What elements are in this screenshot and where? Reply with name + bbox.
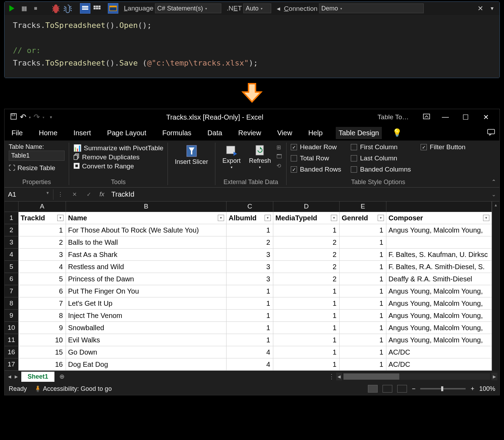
comments-icon[interactable]	[487, 129, 495, 137]
cell[interactable]: 1	[340, 334, 386, 346]
expand-formula-icon[interactable]: ⌄	[488, 191, 499, 198]
stop-button[interactable]: ■	[30, 3, 41, 14]
connection-dropdown[interactable]: Demo▾	[319, 3, 424, 13]
table-header-cell[interactable]: Name▼	[66, 212, 227, 224]
row-header[interactable]: 10	[5, 322, 18, 334]
cell[interactable]: 2	[273, 273, 340, 285]
hscroll-menu-icon[interactable]: ⋮	[328, 373, 335, 380]
fx-button[interactable]: fx	[96, 191, 108, 198]
tab-help[interactable]: Help	[305, 127, 325, 139]
row-header[interactable]: 1	[5, 212, 18, 224]
cell[interactable]: 1	[273, 224, 340, 236]
cell[interactable]: Angus Young, Malcolm Young,	[386, 334, 492, 346]
open-browser-icon[interactable]: 🗔	[276, 153, 282, 160]
cell[interactable]: 1	[273, 346, 340, 358]
tab-view[interactable]: View	[274, 127, 295, 139]
cell[interactable]: Go Down	[66, 346, 227, 358]
cell[interactable]: 6	[18, 285, 66, 297]
filter-dropdown-icon[interactable]: ▼	[483, 215, 489, 221]
row-header[interactable]: 16	[5, 346, 18, 358]
bug-outline-icon[interactable]	[62, 3, 73, 14]
cell[interactable]: 1	[340, 322, 386, 334]
resize-table-button[interactable]: ⛶Resize Table	[9, 164, 65, 173]
banded-columns-checkbox[interactable]: Banded Columns	[351, 166, 411, 173]
cell[interactable]: Angus Young, Malcolm Young,	[386, 322, 492, 334]
hscroll-right-icon[interactable]: ▸	[491, 373, 497, 380]
insert-slicer-button[interactable]: Insert Slicer	[172, 143, 211, 166]
tab-home[interactable]: Home	[36, 127, 60, 139]
cell[interactable]: 16	[18, 358, 66, 371]
cell[interactable]: 1	[340, 249, 386, 261]
filter-dropdown-icon[interactable]: ▼	[378, 215, 384, 221]
cell[interactable]: 1	[273, 358, 340, 371]
col-header-f[interactable]	[386, 202, 492, 212]
tab-data[interactable]: Data	[205, 127, 225, 139]
cell[interactable]: Angus Young, Malcolm Young,	[386, 297, 492, 310]
zoom-out-button[interactable]: −	[412, 385, 416, 393]
cell[interactable]: 9	[18, 322, 66, 334]
results-table-icon[interactable]	[92, 3, 102, 14]
tab-formulas[interactable]: Formulas	[160, 127, 194, 139]
col-header-c[interactable]: C	[227, 202, 273, 212]
name-box[interactable]: A1▼	[5, 189, 53, 200]
cell[interactable]: 1	[227, 322, 273, 334]
tab-page-layout[interactable]: Page Layout	[104, 127, 149, 139]
row-header[interactable]: 11	[5, 334, 18, 346]
cell[interactable]: 1	[340, 285, 386, 297]
filter-button-checkbox[interactable]: Filter Button	[421, 143, 465, 151]
add-sheet-button[interactable]: ⊕	[54, 373, 69, 380]
cell[interactable]: 1	[340, 273, 386, 285]
sheet-prev-icon[interactable]: ◂	[8, 373, 11, 380]
tab-table-design[interactable]: Table Design	[336, 127, 382, 139]
filter-dropdown-icon[interactable]: ▼	[265, 215, 271, 221]
row-header[interactable]: 8	[5, 297, 18, 310]
cell[interactable]	[386, 236, 492, 249]
col-header-a[interactable]: A	[18, 202, 66, 212]
table-name-input[interactable]	[9, 151, 65, 161]
undo-chevron-icon[interactable]: ▾	[29, 115, 31, 119]
row-header[interactable]: 5	[5, 261, 18, 273]
cell[interactable]: 4	[227, 358, 273, 371]
cell[interactable]: 3	[18, 249, 66, 261]
redo-chevron-icon[interactable]: ▾	[43, 115, 44, 119]
sheet-next-icon[interactable]: ▸	[15, 373, 18, 380]
cell[interactable]: 1	[340, 297, 386, 310]
table-header-cell[interactable]: AlbumId▼	[227, 212, 273, 224]
cell[interactable]: Angus Young, Malcolm Young,	[386, 310, 492, 322]
zoom-in-button[interactable]: +	[470, 385, 474, 393]
minimize-button[interactable]: —	[437, 113, 453, 121]
cell[interactable]: 5	[18, 273, 66, 285]
code-editor[interactable]: Tracks.ToSpreadsheet().Open(); // or: Tr…	[5, 15, 499, 78]
cell[interactable]: 10	[18, 334, 66, 346]
tab-review[interactable]: Review	[236, 127, 264, 139]
horizontal-scrollbar[interactable]	[343, 373, 490, 380]
cell[interactable]: 1	[18, 224, 66, 236]
remove-duplicates-button[interactable]: 🗍Remove Duplicates	[73, 153, 163, 162]
sheet-tab-sheet1[interactable]: Sheet1	[21, 372, 54, 382]
cell[interactable]: Snowballed	[66, 322, 227, 334]
tell-me-icon[interactable]: 💡	[392, 128, 402, 137]
table-header-cell[interactable]: Composer▼	[386, 212, 492, 224]
cell[interactable]: 1	[227, 224, 273, 236]
results-grid-icon[interactable]	[80, 3, 90, 14]
cell[interactable]: 1	[227, 334, 273, 346]
row-header[interactable]: 9	[5, 310, 18, 322]
cell[interactable]: 1	[227, 297, 273, 310]
banded-rows-checkbox[interactable]: Banded Rows	[291, 166, 341, 173]
refresh-button[interactable]: Refresh▾	[246, 143, 274, 170]
table-header-cell[interactable]: MediaTypeId▼	[273, 212, 340, 224]
cell[interactable]: 1	[273, 322, 340, 334]
cancel-formula-icon[interactable]: ✕	[67, 191, 82, 198]
enter-formula-icon[interactable]: ✓	[82, 191, 96, 198]
cell[interactable]: 1	[273, 310, 340, 322]
filter-dropdown-icon[interactable]: ▼	[57, 215, 64, 221]
zoom-slider[interactable]	[420, 388, 466, 389]
cell[interactable]: F. Baltes, R.A. Smith-Diesel, S.	[386, 261, 492, 273]
close-button[interactable]: ✕	[478, 113, 494, 121]
cell[interactable]: 3	[227, 261, 273, 273]
page-layout-view-button[interactable]	[383, 385, 392, 393]
cell[interactable]: Dog Eat Dog	[66, 358, 227, 371]
table-header-cell[interactable]: TrackId▼	[18, 212, 66, 224]
cell[interactable]: 1	[227, 310, 273, 322]
cell[interactable]: 3	[227, 249, 273, 261]
